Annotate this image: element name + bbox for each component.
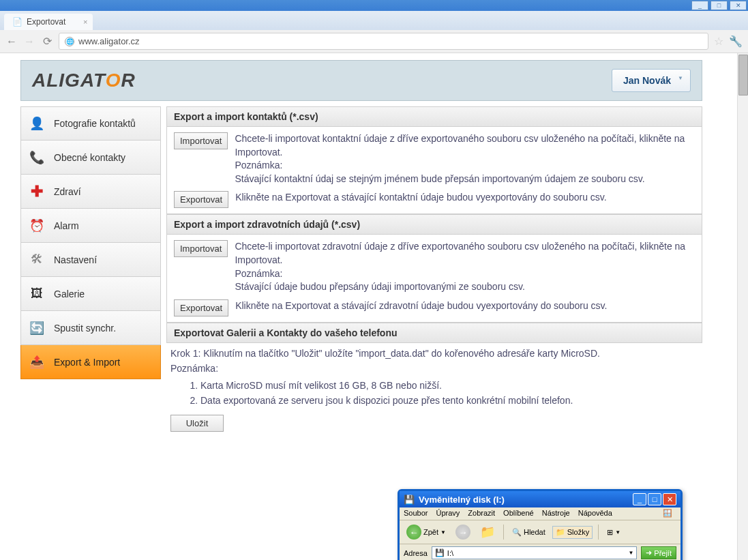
section-body-health: Importovat Chcete-li importovat zdravotn… — [166, 235, 702, 322]
explorer-minimize-button[interactable]: _ — [633, 493, 646, 505]
chevron-down-icon: ▼ — [440, 529, 446, 535]
export-health-desc: Klikněte na Exportovat a stávající zdrav… — [235, 299, 695, 313]
section-title-contacts: Export a import kontaktů (*.csv) — [166, 106, 702, 127]
section-body-contacts: Importovat Chcete-li importovat kontaktn… — [166, 127, 702, 214]
menu-file[interactable]: Soubor — [404, 509, 428, 518]
user-menu-button[interactable]: Jan Novák — [612, 69, 691, 92]
explorer-address-row: Adresa 💾 I:\ ▼ ➜ Přejít — [400, 544, 680, 560]
window-minimize-button[interactable]: _ — [691, 1, 708, 10]
chevron-down-icon[interactable]: ▼ — [628, 550, 633, 556]
export-health-button[interactable]: Exportovat — [174, 299, 228, 316]
window-maximize-button[interactable]: □ — [710, 1, 728, 10]
import-contacts-button[interactable]: Importovat — [174, 132, 228, 149]
section-body-gallery-export: Krok 1: Kliknutím na tlačítko "Uložit" u… — [166, 343, 702, 435]
sidebar-item-contacts[interactable]: 📞 Obecné kontakty — [20, 141, 161, 175]
sidebar-item-sync[interactable]: 🔄 Spustit synchr. — [20, 311, 161, 345]
explorer-back-button[interactable]: ← Zpět ▼ — [404, 523, 449, 541]
explorer-forward-button[interactable]: → — [453, 523, 473, 541]
window-close-button[interactable]: ✕ — [730, 1, 747, 10]
menu-view[interactable]: Zobrazit — [468, 509, 495, 518]
browser-tab[interactable]: 📄 Exportovat × — [4, 14, 93, 30]
sidebar-item-gallery[interactable]: 🖼 Galerie — [20, 277, 161, 311]
note-item-2: Data exportovaná ze serveru jsou k dispo… — [200, 393, 698, 408]
close-tab-icon[interactable]: × — [83, 18, 87, 26]
menu-tools[interactable]: Nástroje — [542, 509, 570, 518]
export-contacts-button[interactable]: Exportovat — [174, 191, 228, 208]
sidebar-label: Fotografie kontaktů — [54, 118, 136, 129]
chrome-window: _ □ ✕ 📄 Exportovat × ← → ⟳ 🌐 www.aligato… — [0, 0, 748, 560]
explorer-titlebar[interactable]: 💾 Vyměnitelný disk (I:) _ □ ✕ — [400, 491, 680, 507]
note-label: Poznámka: — [170, 361, 698, 376]
address-bar[interactable]: 🌐 www.aligator.cz — [59, 33, 708, 50]
vertical-scrollbar[interactable] — [737, 53, 748, 560]
drive-icon: 💾 — [435, 548, 445, 557]
import-health-button[interactable]: Importovat — [174, 240, 228, 257]
menu-help[interactable]: Nápověda — [578, 509, 612, 518]
scroll-thumb[interactable] — [738, 55, 748, 95]
logo: ALIGATOR — [32, 70, 136, 91]
logo-text-1: ALIGAT — [32, 70, 106, 91]
explorer-window: 💾 Vyměnitelný disk (I:) _ □ ✕ Soubor Úpr… — [398, 489, 683, 560]
sidebar-label: Alarm — [54, 220, 79, 231]
reload-button[interactable]: ⟳ — [41, 35, 53, 48]
page-icon: 📄 — [12, 17, 23, 27]
logo-text-o: O — [106, 70, 121, 91]
explorer-views-button[interactable]: ⊞ ▼ — [604, 527, 623, 538]
tab-title: Exportovat — [27, 17, 65, 27]
address-value: I:\ — [447, 549, 453, 557]
sidebar-label: Obecné kontakty — [54, 152, 125, 163]
sync-icon: 🔄 — [28, 319, 46, 337]
export-icon: 📤 — [28, 353, 46, 371]
explorer-go-button[interactable]: ➜ Přejít — [641, 546, 676, 559]
picture-icon: 🖼 — [28, 285, 46, 303]
back-arrow-icon: ← — [406, 525, 421, 540]
sidebar-label: Nastavení — [54, 254, 97, 265]
import-contacts-desc: Chcete-li importovat kontaktní údaje z d… — [235, 132, 695, 186]
explorer-menubar: Soubor Úpravy Zobrazit Oblíbené Nástroje… — [400, 507, 680, 520]
folder-up-icon: 📁 — [480, 525, 495, 540]
back-button[interactable]: ← — [5, 35, 18, 48]
logo-text-2: R — [121, 70, 135, 91]
sidebar-label: Galerie — [54, 289, 85, 299]
explorer-up-button[interactable]: 📁 — [477, 523, 498, 541]
search-label: Hledat — [524, 528, 545, 536]
explorer-close-button[interactable]: ✕ — [663, 493, 676, 505]
sidebar-item-alarm[interactable]: ⏰ Alarm — [20, 209, 161, 243]
sidebar-item-export-import[interactable]: 📤 Export & Import — [20, 345, 161, 379]
bookmark-icon[interactable]: ☆ — [714, 35, 723, 48]
window-titlebar: _ □ ✕ — [0, 0, 748, 11]
drive-icon: 💾 — [404, 495, 415, 505]
browser-tabs: 📄 Exportovat × — [0, 11, 748, 30]
folders-icon: 📁 — [556, 528, 565, 537]
menu-edit[interactable]: Úpravy — [436, 509, 460, 518]
sidebar-label: Zdraví — [54, 186, 81, 197]
forward-button[interactable]: → — [23, 35, 35, 48]
go-arrow-icon: ➜ — [646, 548, 652, 557]
search-icon: 🔍 — [512, 528, 522, 537]
explorer-address-input[interactable]: 💾 I:\ ▼ — [432, 546, 637, 559]
url-text: www.aligator.cz — [78, 36, 140, 46]
toolbar-separator — [503, 525, 504, 540]
health-cross-icon: ✚ — [28, 183, 46, 201]
tools-icon: 🛠 — [28, 251, 46, 269]
menu-favorites[interactable]: Oblíbené — [503, 509, 534, 518]
folders-label: Složky — [567, 528, 589, 536]
main-panel: Export a import kontaktů (*.csv) Importo… — [166, 106, 702, 434]
explorer-maximize-button[interactable]: □ — [648, 493, 661, 505]
sidebar-item-photos[interactable]: 👤 Fotografie kontaktů — [20, 106, 161, 141]
browser-toolbar: ← → ⟳ 🌐 www.aligator.cz ☆ 🔧 — [0, 30, 748, 53]
page-viewport: ALIGATOR Jan Novák 👤 Fotografie kontaktů… — [0, 53, 748, 560]
back-label: Zpět — [423, 528, 438, 536]
explorer-folders-button[interactable]: 📁 Složky — [552, 526, 593, 539]
sidebar-label: Spustit synchr. — [54, 323, 116, 334]
settings-wrench-icon[interactable]: 🔧 — [729, 35, 743, 48]
page-header: ALIGATOR Jan Novák — [20, 60, 702, 101]
export-contacts-desc: Klikněte na Exportovat a stávající konta… — [235, 191, 695, 205]
section-title-gallery-export: Exportovat Galerii a Kontakty do vašeho … — [166, 323, 702, 343]
save-button[interactable]: Uložit — [170, 415, 224, 432]
forward-arrow-icon: → — [455, 525, 470, 540]
sidebar-item-health[interactable]: ✚ Zdraví — [20, 175, 161, 209]
explorer-search-button[interactable]: 🔍 Hledat — [509, 527, 548, 538]
sidebar-item-settings[interactable]: 🛠 Nastavení — [20, 243, 161, 277]
main-layout: 👤 Fotografie kontaktů 📞 Obecné kontakty … — [20, 106, 702, 434]
